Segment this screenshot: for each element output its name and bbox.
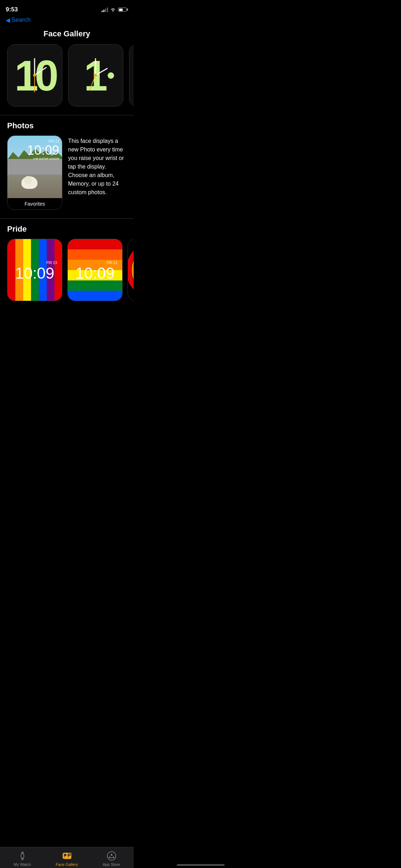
photos-section: FRI 23 10:09 4:30 GUITAR LESSON Favorite… xyxy=(0,135,134,210)
pride-time-2: 10:09 xyxy=(75,265,114,281)
photo-date: FRI 23 xyxy=(11,139,59,143)
numeral-faces-scroll[interactable]: 10 1 xyxy=(0,44,134,107)
pride-faces-scroll[interactable]: FRI 23 10:09 FRI 23 10:09 xyxy=(0,239,134,301)
svg-point-0 xyxy=(113,11,113,11)
photos-description: This face displays a new Photo every tim… xyxy=(68,135,127,197)
pride-time-overlay-1: FRI 23 10:09 xyxy=(7,239,62,301)
back-chevron-icon: ◀ xyxy=(6,17,10,24)
photo-time: 10:09 xyxy=(11,144,59,157)
photos-section-label: Photos xyxy=(0,115,134,135)
photos-face-wrapper[interactable]: FRI 23 10:09 4:30 GUITAR LESSON Favorite… xyxy=(7,135,62,210)
clock-hands-svg-2 xyxy=(68,45,123,106)
clock-hands-svg-3 xyxy=(129,45,134,106)
pride-section-label: Pride xyxy=(0,219,134,239)
signal-icon xyxy=(102,7,108,12)
photos-face-card[interactable]: FRI 23 10:09 4:30 GUITAR LESSON Favorite… xyxy=(7,135,62,210)
battery-icon xyxy=(118,7,128,12)
page-title: Face Gallery xyxy=(0,26,134,44)
photo-face-overlay: FRI 23 10:09 4:30 GUITAR LESSON xyxy=(7,136,62,198)
pride-circles: ♪ xyxy=(128,239,134,301)
clock-hands-svg-1 xyxy=(7,45,62,106)
pride-time-overlay-2: FRI 23 10:09 xyxy=(68,239,122,301)
svg-point-4 xyxy=(33,74,36,77)
pride-date-2: FRI 23 xyxy=(107,261,117,265)
status-bar: 9:53 xyxy=(0,0,134,16)
photo-face-image: FRI 23 10:09 4:30 GUITAR LESSON xyxy=(7,136,62,198)
pride-clock-hands xyxy=(128,239,134,301)
back-label: Search xyxy=(11,16,31,24)
pride-date-1: FRI 23 xyxy=(46,261,57,265)
status-icons xyxy=(102,7,128,12)
pride-face-card-1[interactable]: FRI 23 10:09 xyxy=(7,239,62,301)
back-navigation[interactable]: ◀ Search xyxy=(0,16,134,26)
numeral-face-card-3[interactable]: 9 xyxy=(129,44,134,107)
pride-time-1: 10:09 xyxy=(15,265,54,281)
status-time: 9:53 xyxy=(6,6,18,13)
pride-face-card-2[interactable]: FRI 23 10:09 xyxy=(67,239,123,301)
svg-line-6 xyxy=(96,68,107,75)
numeral-face-card-2[interactable]: 1 xyxy=(68,44,123,107)
wifi-icon xyxy=(110,7,116,12)
photos-face-label: Favorites xyxy=(7,198,62,210)
photo-event: 4:30 GUITAR LESSON xyxy=(11,157,59,160)
svg-line-2 xyxy=(35,67,46,75)
numeral-face-card-1[interactable]: 10 xyxy=(7,44,62,107)
svg-point-8 xyxy=(94,74,97,77)
svg-line-7 xyxy=(89,75,96,90)
pride-face-card-3[interactable]: ♪ xyxy=(128,239,134,301)
